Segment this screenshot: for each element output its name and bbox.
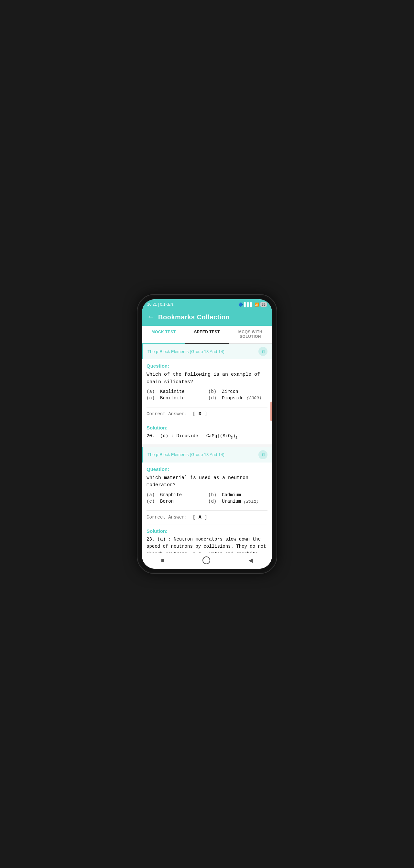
year-tag-2: (2011)	[244, 499, 259, 504]
question-text-2: Which material is used as a neutron mode…	[146, 474, 268, 489]
option-2b: (b) Cadmium	[208, 492, 268, 497]
chapter-label-1: The p-Block Elements (Group 13 And 14)	[147, 349, 225, 354]
delete-button-2[interactable]: 🗑	[258, 450, 268, 459]
tab-mock-test[interactable]: MOCK TEST	[142, 326, 185, 344]
scroll-indicator	[270, 402, 272, 421]
question-text-1: Which of the following is an example of …	[146, 371, 268, 386]
tab-bar: MOCK TEST SPEED TEST MCQS WITH SOLUTION	[142, 326, 272, 344]
solution-label-1: Solution:	[146, 425, 268, 430]
answer-row-1: Correct Answer: [ D ]	[142, 407, 272, 421]
wifi-icon: 📶	[254, 303, 259, 307]
back-nav-button[interactable]: ◀	[248, 557, 253, 564]
status-time: 10:21 | 0.1KB/s	[147, 302, 174, 307]
signal-icon: ▌▌▌	[244, 302, 253, 307]
back-button[interactable]: ←	[147, 313, 154, 321]
solution-text-1: 20. (d) : Diopside → CaMg[(SiO3)2]	[146, 432, 268, 440]
question-card-1: The p-Block Elements (Group 13 And 14) 🗑…	[142, 344, 272, 444]
bottom-nav: ■ ◀	[142, 553, 272, 569]
question-card-2: The p-Block Elements (Group 13 And 14) 🗑…	[142, 447, 272, 553]
battery-icon: 85	[261, 302, 267, 307]
correct-answer-1: [ D ]	[193, 411, 207, 417]
correct-answer-2: [ A ]	[193, 515, 207, 520]
content-area: The p-Block Elements (Group 13 And 14) 🗑…	[142, 344, 272, 553]
options-grid-2: (a) Graphite (b) Cadmium (c) Boron (d) U…	[146, 492, 268, 504]
status-icons: 🔵 ▌▌▌ 📶 85	[238, 302, 267, 307]
phone-frame: 10:21 | 0.1KB/s 🔵 ▌▌▌ 📶 85 ← Bookmarks C…	[137, 295, 277, 573]
options-grid-1: (a) Kaolinite (b) Zircon (c) Benitoite (…	[146, 389, 268, 401]
card-header-2: The p-Block Elements (Group 13 And 14) 🗑	[142, 447, 272, 463]
option-2c: (c) Boron	[146, 499, 206, 504]
card-body-2: Question: Which material is used as a ne…	[142, 463, 272, 510]
option-1a: (a) Kaolinite	[146, 389, 206, 394]
answer-row-2: Correct Answer: [ A ]	[142, 511, 272, 524]
question-label-1: Question:	[146, 363, 268, 369]
delete-button-1[interactable]: 🗑	[258, 347, 268, 356]
bluetooth-icon: 🔵	[238, 303, 243, 307]
phone-screen: 10:21 | 0.1KB/s 🔵 ▌▌▌ 📶 85 ← Bookmarks C…	[142, 299, 272, 569]
question-label-2: Question:	[146, 466, 268, 472]
option-1c: (c) Benitoite	[146, 396, 206, 401]
app-header: ← Bookmarks Collection	[142, 310, 272, 326]
solution-label-2: Solution:	[146, 528, 268, 534]
square-nav-button[interactable]: ■	[161, 557, 165, 564]
card-header-1: The p-Block Elements (Group 13 And 14) 🗑	[142, 344, 272, 359]
solution-text-2: 23. (a) : Neutron moderators slow down t…	[146, 536, 268, 553]
tab-mcqs-solution[interactable]: MCQS WITH SOLUTION	[229, 326, 272, 344]
option-1d: (d) Diopside (2009)	[208, 396, 268, 401]
solution-section-2: Solution: 23. (a) : Neutron moderators s…	[142, 524, 272, 553]
option-1b: (b) Zircon	[208, 389, 268, 394]
circle-nav-button[interactable]	[203, 556, 210, 564]
year-tag-1: (2009)	[246, 396, 262, 401]
chapter-label-2: The p-Block Elements (Group 13 And 14)	[147, 452, 225, 457]
solution-section-1: Solution: 20. (d) : Diopside → CaMg[(SiO…	[142, 421, 272, 444]
option-2a: (a) Graphite	[146, 492, 206, 497]
option-2d: (d) Uranium (2011)	[208, 499, 268, 504]
status-bar: 10:21 | 0.1KB/s 🔵 ▌▌▌ 📶 85	[142, 299, 272, 310]
tab-speed-test[interactable]: SPEED TEST	[185, 326, 229, 344]
page-title: Bookmarks Collection	[158, 313, 230, 321]
card-body-1: Question: Which of the following is an e…	[142, 359, 272, 407]
